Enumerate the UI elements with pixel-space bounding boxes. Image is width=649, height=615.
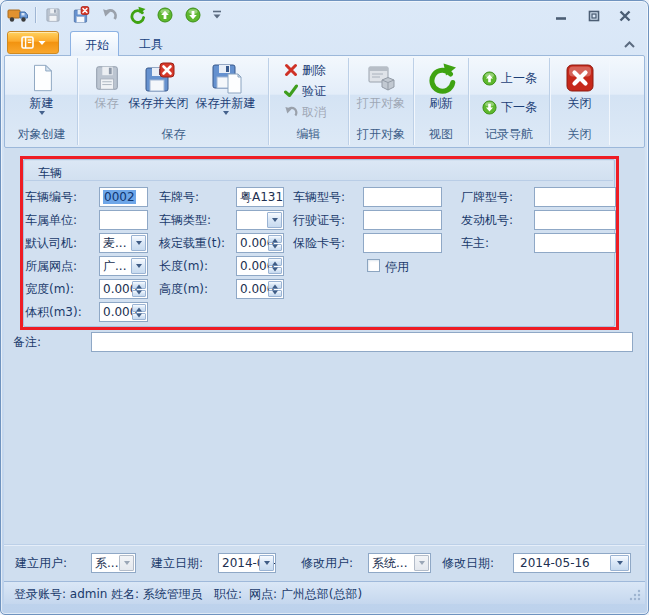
save-and-new-button[interactable]: 保存并新建 xyxy=(193,60,259,118)
group-label: 打开对象 xyxy=(349,126,413,143)
ribbon-group-record-nav: 上一条 下一条 记录导航 xyxy=(469,58,550,145)
delete-button[interactable]: 删除 xyxy=(281,60,329,80)
length-spinner[interactable]: 0.000 xyxy=(236,256,284,276)
floppy-gray-icon xyxy=(92,62,122,94)
restore-button[interactable] xyxy=(585,9,603,23)
save-button[interactable]: 保存 xyxy=(89,60,125,110)
driving-license-label: 行驶证号: xyxy=(293,213,345,227)
remark-input[interactable] xyxy=(91,332,633,352)
driving-license-input[interactable] xyxy=(363,210,442,230)
engine-no-input[interactable] xyxy=(534,210,616,230)
save-close-icon[interactable] xyxy=(70,5,92,25)
dropdown-caret-icon xyxy=(39,111,45,118)
status-bar: 登录账号: admin 姓名: 系统管理员 职位: 网点: 广州总部(总部) xyxy=(4,581,645,604)
ribbon-group-open-object: 打开对象 打开对象 xyxy=(349,58,414,145)
spin-buttons[interactable] xyxy=(132,304,146,320)
check-icon xyxy=(284,84,298,98)
width-spinner[interactable]: 0.000 xyxy=(99,279,148,299)
disabled-checkbox[interactable] xyxy=(367,259,380,272)
app-menu-icon xyxy=(21,36,35,49)
floppy-close-icon xyxy=(143,62,175,94)
created-date-combo[interactable]: 2014-05-16 xyxy=(218,553,276,573)
ribbon-group-save: 保存 保存并关闭 xyxy=(79,58,269,145)
owner-unit-input[interactable] xyxy=(99,210,148,230)
minimize-button[interactable] xyxy=(552,9,570,23)
dropdown-button[interactable] xyxy=(131,258,146,274)
insurance-no-input[interactable] xyxy=(363,233,442,253)
modified-by-label: 修改用户: xyxy=(301,556,353,570)
owner-label: 车主: xyxy=(461,236,489,250)
validate-button[interactable]: 验证 xyxy=(281,81,329,101)
default-driver-combo[interactable]: 麦... xyxy=(99,233,148,253)
toolbar-separator xyxy=(35,7,36,23)
dropdown-button[interactable] xyxy=(259,555,274,571)
model-input[interactable] xyxy=(363,187,442,207)
dropdown-button[interactable] xyxy=(610,555,629,571)
spin-buttons[interactable] xyxy=(268,235,282,251)
brand-model-input[interactable] xyxy=(534,187,616,207)
tab-start[interactable]: 开始 xyxy=(70,31,119,56)
dropdown-button[interactable] xyxy=(414,555,429,571)
delete-x-icon xyxy=(284,63,298,77)
chevron-up-icon[interactable] xyxy=(622,39,637,50)
dropdown-button[interactable] xyxy=(119,555,134,571)
group-label: 记录导航 xyxy=(469,126,549,143)
status-login: 登录账号: admin xyxy=(14,587,107,601)
height-spinner[interactable]: 0.000 xyxy=(236,279,284,299)
cancel-button[interactable]: 取消 xyxy=(281,102,329,122)
spin-buttons[interactable] xyxy=(132,281,146,297)
volume-label: 体积(m3): xyxy=(25,305,82,319)
spin-buttons[interactable] xyxy=(268,281,282,297)
save-icon[interactable] xyxy=(42,5,64,25)
owner-unit-label: 车属单位: xyxy=(25,213,77,227)
quick-access-toolbar xyxy=(7,5,224,25)
ribbon: 新建 对象创建 保存 xyxy=(4,55,645,148)
volume-spinner[interactable]: 0.000 xyxy=(99,302,148,322)
application-menu-button[interactable] xyxy=(7,31,59,54)
dropdown-caret-icon xyxy=(223,111,229,118)
group-label: 关闭 xyxy=(550,126,609,143)
new-page-icon xyxy=(27,62,57,94)
length-label: 长度(m): xyxy=(159,259,208,273)
load-capacity-spinner[interactable]: 0.000 xyxy=(236,233,284,253)
refresh-icon xyxy=(425,62,457,94)
owner-input[interactable] xyxy=(534,233,616,253)
dropdown-button[interactable] xyxy=(267,212,282,228)
vehicle-type-combo[interactable] xyxy=(236,210,284,230)
resize-grip[interactable] xyxy=(628,588,641,601)
save-and-close-button[interactable]: 保存并关闭 xyxy=(126,60,192,110)
previous-record-button[interactable]: 上一条 xyxy=(479,68,540,88)
modified-date-combo[interactable]: 2014-05-16 xyxy=(513,553,631,573)
floppy-new-icon xyxy=(210,62,242,94)
record-down-icon[interactable] xyxy=(182,5,204,25)
branch-combo[interactable]: 广... xyxy=(99,256,148,276)
branch-label: 所属网点: xyxy=(25,259,77,273)
close-button[interactable]: 关闭 xyxy=(561,60,599,110)
refresh-button[interactable]: 刷新 xyxy=(422,60,460,110)
undo-icon[interactable] xyxy=(98,5,120,25)
ribbon-group-object-create: 新建 对象创建 xyxy=(6,58,78,145)
new-button[interactable]: 新建 xyxy=(24,60,60,118)
ribbon-group-close: 关闭 关闭 xyxy=(550,58,609,145)
brand-model-label: 厂牌型号: xyxy=(461,190,513,204)
modified-by-combo[interactable]: 系统... xyxy=(368,553,431,573)
spin-buttons[interactable] xyxy=(268,258,282,274)
open-object-button[interactable]: 打开对象 xyxy=(354,60,408,110)
next-record-button[interactable]: 下一条 xyxy=(479,97,540,117)
height-label: 高度(m): xyxy=(159,282,208,296)
created-by-combo[interactable]: 系... xyxy=(91,553,136,573)
group-label: 保存 xyxy=(79,126,268,143)
record-up-icon[interactable] xyxy=(154,5,176,25)
dropdown-button[interactable] xyxy=(131,235,146,251)
vehicle-no-input[interactable]: 0002 xyxy=(99,187,148,207)
vehicle-form: 车辆 车辆编号: 0002 车牌号: 粤A1314 车辆型号: 厂牌型号: 车属… xyxy=(4,148,645,581)
plate-no-input[interactable]: 粤A1314 xyxy=(236,187,284,207)
tab-tools[interactable]: 工具 xyxy=(125,31,173,56)
ribbon-group-edit: 删除 验证 取消 编辑 xyxy=(269,58,349,145)
groupbox-title: 车辆 xyxy=(25,161,613,181)
application-window: 开始 工具 新建 对象创建 xyxy=(0,0,649,615)
qat-overflow-icon[interactable] xyxy=(210,5,224,25)
remark-label: 备注: xyxy=(13,335,41,349)
refresh-icon[interactable] xyxy=(126,5,148,25)
close-window-button[interactable] xyxy=(616,9,634,23)
